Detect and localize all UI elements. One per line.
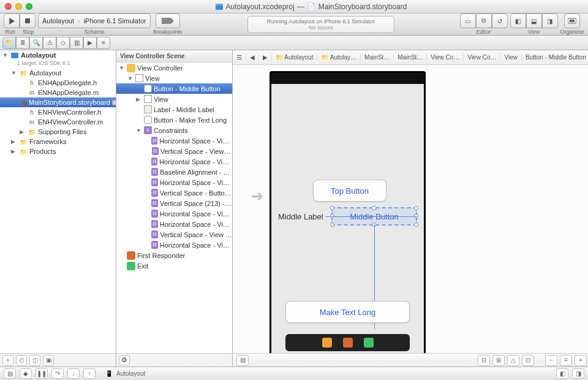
- outline-item[interactable]: ⊟Horizontal Space - View - B…: [116, 208, 232, 219]
- pin-button[interactable]: ⊞: [492, 355, 505, 366]
- outline-tree[interactable]: ▼View Controller▼ViewButton - Middle But…: [116, 63, 232, 353]
- resolve-issues-button[interactable]: △: [507, 355, 519, 366]
- add-file-button[interactable]: +: [2, 355, 13, 366]
- pause-button[interactable]: ❚❚: [36, 368, 48, 379]
- jumpbar-segment[interactable]: View Co…: [427, 54, 464, 61]
- jumpbar-segment[interactable]: 📁 Autolay…: [317, 54, 361, 61]
- outline-item[interactable]: ▼View: [116, 73, 232, 83]
- outline-item[interactable]: ⊟Horizontal Space - View - B…: [116, 177, 232, 188]
- unsaved-filter-button[interactable]: ▣: [43, 355, 54, 366]
- assistant-editor-button[interactable]: ⧉: [476, 13, 492, 28]
- jumpbar-segment[interactable]: View: [500, 54, 522, 61]
- zoom-out-button[interactable]: −: [545, 355, 557, 366]
- jumpbar-segment[interactable]: 📁 Autolayout: [272, 54, 317, 61]
- breakpoints-button[interactable]: [156, 13, 180, 28]
- jumpbar-segment[interactable]: Button - Middle Button: [522, 54, 588, 61]
- view-controller-icon[interactable]: [322, 338, 332, 348]
- jumpbar-segment[interactable]: MainSt…: [394, 54, 427, 61]
- run-button[interactable]: [4, 13, 20, 28]
- jump-bar[interactable]: ☰ ◀ ▶ 📁 Autolayout📁 Autolay…MainSt…MainS…: [233, 50, 588, 65]
- search-navigator-tab[interactable]: 🔍: [29, 37, 43, 49]
- top-button[interactable]: Top Button: [313, 180, 386, 202]
- storyboard-icon: 📄: [307, 2, 316, 11]
- nav-item[interactable]: ▶📁Products: [0, 146, 116, 156]
- nav-item[interactable]: mENHAppDelegate.m: [0, 88, 116, 97]
- related-items-button[interactable]: ☰: [233, 54, 246, 61]
- outline-item[interactable]: ⊟Baseline Alignment - Label…: [116, 167, 232, 177]
- exit-icon[interactable]: [364, 338, 374, 348]
- outline-item[interactable]: ▶View: [116, 94, 232, 104]
- zoom-window-button[interactable]: [26, 3, 32, 10]
- organizer-button[interactable]: [564, 13, 580, 28]
- step-over-button[interactable]: ↷: [51, 368, 64, 379]
- toggle-utilities-button[interactable]: ◨: [542, 13, 558, 28]
- outline-item[interactable]: ⊟Horizontal Space - View - View: [116, 156, 232, 167]
- toggle-debug-button[interactable]: ⬓: [526, 13, 542, 28]
- outline-item[interactable]: ▼≡Constraints: [116, 125, 232, 135]
- align-button[interactable]: ⊟: [478, 355, 490, 366]
- hide-debug-button[interactable]: ▤: [4, 368, 16, 379]
- zoom-actual-button[interactable]: =: [560, 355, 572, 366]
- jumpbar-segment[interactable]: MainSt…: [361, 54, 394, 61]
- nav-item[interactable]: ▼📁Autolayout: [0, 68, 116, 78]
- outline-item[interactable]: ⊟Vertical Space (213) - View…: [116, 198, 232, 208]
- log-navigator-tab[interactable]: ≡: [97, 37, 110, 49]
- navigator-filter-bar: + ◴ ◫ ▣: [0, 353, 116, 367]
- project-navigator-tab[interactable]: 📁: [2, 37, 16, 49]
- stop-button[interactable]: [20, 13, 36, 28]
- step-into-button[interactable]: ↓: [67, 368, 80, 379]
- canvas-area[interactable]: ➔ Top Button Middle Label Middle Button: [233, 65, 588, 353]
- first-responder-icon[interactable]: [343, 338, 353, 348]
- nav-item[interactable]: ▶📁Frameworks: [0, 137, 116, 146]
- xcodeproj-icon: [215, 2, 224, 11]
- outline-item[interactable]: ⊟Vertical Space - View - But…: [116, 229, 232, 240]
- standard-editor-button[interactable]: ▭: [460, 13, 476, 28]
- outline-filter-button[interactable]: ⚙: [119, 355, 130, 365]
- make-text-long-button[interactable]: Make Text Long: [285, 301, 410, 323]
- minimize-window-button[interactable]: [15, 3, 22, 10]
- toggle-navigator-button[interactable]: ◧: [510, 13, 526, 28]
- toggle-outline-button[interactable]: ▤: [236, 355, 249, 366]
- outline-item[interactable]: Exit: [116, 260, 232, 271]
- outline-item[interactable]: Label - Middle Label: [116, 104, 232, 115]
- outline-item[interactable]: Button - Make Text Long: [116, 115, 232, 125]
- breakpoint-navigator-tab[interactable]: ▶: [83, 37, 97, 49]
- zoom-in-button[interactable]: +: [575, 355, 587, 366]
- close-window-button[interactable]: [5, 3, 12, 10]
- resizing-button[interactable]: ⊡: [522, 355, 534, 366]
- initial-scene-arrow: ➔: [251, 188, 263, 205]
- scm-filter-button[interactable]: ◫: [29, 355, 40, 366]
- variables-view-toggle[interactable]: ◧: [556, 368, 568, 379]
- nav-item[interactable]: ▶📁Supporting Files: [0, 127, 116, 137]
- console-view-toggle[interactable]: ◨: [572, 368, 584, 379]
- outline-item[interactable]: ⊟Vertical Space - View - View: [116, 146, 232, 156]
- outline-item[interactable]: Button - Middle Button: [116, 83, 232, 94]
- project-root[interactable]: ▼Autolayout: [0, 50, 116, 60]
- root-view[interactable]: Top Button Middle Label Middle Button: [276, 88, 419, 353]
- nav-item[interactable]: ▦MainStoryboard.storyboardM: [0, 97, 116, 107]
- issue-navigator-tab[interactable]: ⚠: [43, 37, 56, 49]
- recent-filter-button[interactable]: ◴: [16, 355, 27, 366]
- version-editor-button[interactable]: ↺: [492, 13, 508, 28]
- project-tree[interactable]: ▼Autolayout1 target, iOS SDK 6.1▼📁Autola…: [0, 50, 116, 353]
- test-navigator-tab[interactable]: ◇: [56, 37, 70, 49]
- middle-label[interactable]: Middle Label: [278, 212, 323, 221]
- outline-item[interactable]: ⊟Horizontal Space - View - View: [116, 135, 232, 146]
- outline-item[interactable]: ▼View Controller: [116, 63, 232, 73]
- symbol-navigator-tab[interactable]: ≣: [16, 37, 29, 49]
- jumpbar-segment[interactable]: View Co…: [464, 54, 500, 61]
- outline-item[interactable]: ⊟Horizontal Space - View - B…: [116, 240, 232, 250]
- forward-button[interactable]: ▶: [259, 54, 272, 61]
- step-out-button[interactable]: ↑: [83, 368, 96, 379]
- outline-item[interactable]: First Responder: [116, 250, 232, 260]
- main-toolbar: Run Stop Autolayout › iPhone 6.1 Simulat…: [0, 13, 588, 36]
- outline-item[interactable]: ⊟Vertical Space - Button - Mi…: [116, 188, 232, 198]
- back-button[interactable]: ◀: [246, 54, 259, 61]
- scheme-selector[interactable]: Autolayout › iPhone 6.1 Simulator: [38, 13, 151, 28]
- outline-item[interactable]: ⊟Horizontal Space - View - B…: [116, 219, 232, 229]
- nav-item[interactable]: mENHViewController.m: [0, 117, 116, 127]
- nav-item[interactable]: hENHAppDelegate.h: [0, 78, 116, 88]
- debug-navigator-tab[interactable]: ▥: [70, 37, 83, 49]
- nav-item[interactable]: hENHViewController.h: [0, 107, 116, 117]
- breakpoints-toggle[interactable]: ◆: [20, 368, 32, 379]
